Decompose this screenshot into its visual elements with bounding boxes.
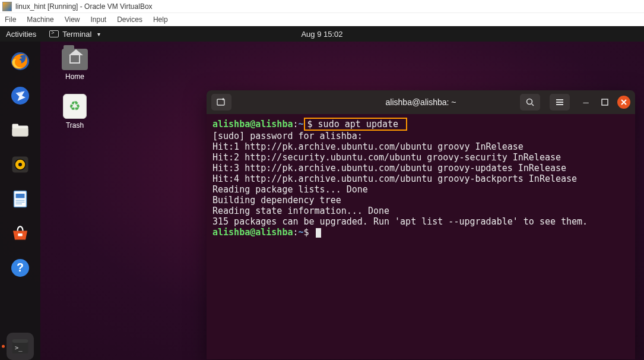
dock-terminal-icon[interactable]: >_	[7, 333, 34, 360]
command-text: sudo apt update	[313, 119, 404, 130]
dock-firefox-icon[interactable]	[7, 48, 34, 75]
activities-button[interactable]: Activities	[6, 30, 36, 39]
desktop-trash[interactable]: ♻ Trash	[53, 94, 96, 130]
terminal-title: alishba@alishba: ~	[386, 97, 456, 107]
term-line: Reading package lists... Done	[212, 184, 368, 195]
term-line: Hit:4 http://pk.archive.ubuntu.com/ubunt…	[212, 173, 577, 184]
svg-rect-11	[16, 202, 25, 203]
highlighted-command: $ sudo apt update	[304, 118, 408, 131]
desktop-icons: Home ♻ Trash	[53, 49, 96, 130]
appmenu-terminal[interactable]: Terminal ▾	[49, 30, 100, 39]
svg-rect-10	[16, 200, 25, 201]
svg-rect-4	[12, 128, 28, 137]
ps1-symbol: $	[307, 119, 313, 130]
term-line: [sudo] password for alishba:	[212, 131, 363, 141]
svg-rect-13	[18, 233, 23, 236]
desktop-home-folder[interactable]: Home	[53, 49, 96, 81]
topbar-clock[interactable]: Aug 9 15:02	[301, 30, 342, 39]
ps1-userhost: alishba@alishba	[212, 227, 293, 238]
svg-rect-9	[16, 194, 25, 198]
term-line: Building dependency tree	[212, 195, 341, 206]
virtualbox-icon	[2, 2, 12, 11]
close-button[interactable]	[617, 96, 630, 109]
term-line: Hit:3 http://pk.archive.ubuntu.com/ubunt…	[212, 163, 566, 173]
ps1-userhost: alishba@alishba	[212, 119, 293, 130]
maximize-button[interactable]	[598, 96, 611, 109]
chevron-down-icon: ▾	[97, 31, 100, 37]
desktop-home-label: Home	[65, 72, 84, 81]
host-menu-file[interactable]: File	[5, 15, 16, 24]
term-line: Hit:2 http://security.ubuntu.com/ubuntu …	[212, 152, 561, 163]
desktop: ? >_ Home ♻ Trash alishba@a	[0, 42, 644, 360]
ps1-symbol: $	[304, 227, 309, 238]
svg-rect-17	[12, 339, 28, 343]
host-window-titlebar[interactable]: linux_hint [Running] - Oracle VM Virtual…	[0, 0, 644, 13]
new-tab-button[interactable]	[211, 94, 231, 110]
gnome-topbar: Activities Terminal ▾ Aug 9 15:02	[0, 26, 644, 42]
terminal-body[interactable]: alishba@alishba:~$ sudo apt update [sudo…	[207, 114, 635, 359]
dock-ubuntu-software-icon[interactable]	[7, 220, 34, 247]
svg-text:?: ?	[17, 261, 24, 274]
hamburger-menu-button[interactable]	[550, 94, 570, 110]
svg-rect-12	[16, 204, 23, 205]
svg-rect-8	[14, 191, 27, 207]
svg-rect-21	[602, 99, 608, 105]
svg-text:>_: >_	[15, 344, 23, 352]
home-icon	[69, 55, 80, 64]
desktop-trash-label: Trash	[66, 121, 84, 130]
dock-help-icon[interactable]: ?	[7, 254, 34, 282]
host-menubar: File Machine View Input Devices Help	[0, 13, 644, 26]
search-button[interactable]	[520, 94, 540, 110]
ps1-sep: :	[293, 119, 298, 130]
ps1-sep: :	[293, 227, 298, 238]
ps1-path: ~	[299, 119, 304, 130]
host-menu-help[interactable]: Help	[153, 15, 168, 24]
host-menu-input[interactable]: Input	[91, 15, 107, 24]
dock-files-icon[interactable]	[7, 116, 34, 144]
ps1-path: ~	[299, 227, 304, 238]
appmenu-label: Terminal	[62, 30, 91, 39]
host-menu-machine[interactable]: Machine	[27, 15, 53, 24]
svg-point-20	[527, 99, 532, 105]
minimize-button[interactable]: ─	[579, 96, 592, 109]
host-window-title: linux_hint [Running] - Oracle VM Virtual…	[15, 2, 153, 11]
recycle-icon: ♻	[69, 99, 81, 114]
dock-libreoffice-writer-icon[interactable]	[7, 185, 34, 213]
terminal-window: alishba@alishba: ~ ─	[207, 90, 635, 359]
guest-display: Activities Terminal ▾ Aug 9 15:02	[0, 26, 644, 360]
dock-rhythmbox-icon[interactable]	[7, 151, 34, 178]
terminal-icon	[49, 30, 59, 37]
host-menu-devices[interactable]: Devices	[117, 15, 142, 24]
host-menu-view[interactable]: View	[65, 15, 80, 24]
terminal-titlebar[interactable]: alishba@alishba: ~ ─	[207, 90, 635, 114]
dock: ? >_	[0, 42, 40, 360]
term-line: Hit:1 http://pk.archive.ubuntu.com/ubunt…	[212, 141, 524, 152]
svg-point-7	[18, 163, 22, 166]
text-cursor	[316, 228, 321, 238]
term-line: 315 packages can be upgraded. Run 'apt l…	[212, 216, 588, 227]
svg-rect-3	[12, 124, 19, 128]
term-line: Reading state information... Done	[212, 206, 389, 216]
dock-thunderbird-icon[interactable]	[7, 82, 34, 109]
